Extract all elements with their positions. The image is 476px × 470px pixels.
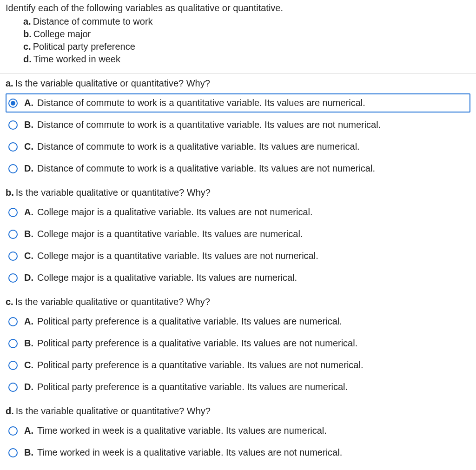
variable-label: c. [23, 41, 31, 52]
variable-item: b.College major [23, 28, 470, 40]
option-a[interactable]: A. College major is a qualitative variab… [6, 203, 470, 222]
radio-icon [8, 164, 18, 173]
question-label: c. [6, 297, 13, 307]
question-prompt: c.Is the variable qualitative or quantit… [6, 297, 470, 307]
option-text: Distance of commute to work is a quantit… [37, 98, 468, 108]
variable-item: d.Time worked in week [23, 53, 470, 66]
option-text: College major is a qualitative variable.… [37, 272, 468, 283]
question-text: Is the variable qualitative or quantitat… [15, 297, 210, 307]
question-d: d.Is the variable qualitative or quantit… [0, 401, 476, 467]
radio-icon [8, 142, 18, 152]
variable-label: d. [23, 54, 32, 64]
question-b: b.Is the variable qualitative or quantit… [0, 183, 476, 292]
option-label: A. [24, 316, 37, 327]
option-b[interactable]: B. Time worked in week is a qualitative … [6, 443, 470, 462]
radio-icon [8, 273, 18, 283]
options-group: A. Time worked in week is a qualitative … [6, 421, 470, 462]
option-label: C. [24, 360, 37, 371]
option-text: Time worked in week is a qualitative var… [37, 447, 468, 458]
option-label: C. [24, 141, 37, 152]
option-b[interactable]: B. College major is a quantitative varia… [6, 225, 470, 244]
option-label: A. [24, 425, 37, 436]
question-prompt: a.Is the variable qualitative or quantit… [6, 78, 470, 89]
option-label: D. [24, 163, 37, 174]
options-group: A. Political party preference is a quali… [6, 312, 470, 397]
option-c[interactable]: C. Distance of commute to work is a qual… [6, 137, 470, 156]
option-text: College major is a quantitative variable… [37, 251, 468, 261]
option-text: Distance of commute to work is a qualita… [37, 141, 468, 152]
instruction-text: Identify each of the following variables… [6, 3, 470, 13]
variable-label: b. [23, 29, 32, 39]
variable-item: c.Political party preference [23, 40, 470, 53]
option-label: B. [24, 119, 37, 130]
question-label: d. [6, 406, 14, 416]
option-text: Political party preference is a quantita… [37, 382, 468, 392]
option-label: D. [24, 382, 37, 392]
radio-icon [8, 120, 18, 130]
option-text: Political party preference is a qualitat… [37, 316, 468, 327]
question-label: b. [6, 187, 14, 198]
footer-hint: Click to select your answer. [0, 467, 476, 470]
radio-icon [8, 383, 18, 392]
question-prompt: b.Is the variable qualitative or quantit… [6, 187, 470, 198]
option-text: Political party preference is a quantita… [37, 360, 468, 371]
radio-icon [8, 230, 18, 239]
radio-icon [8, 317, 18, 326]
option-label: B. [24, 338, 37, 349]
question-prompt: d.Is the variable qualitative or quantit… [6, 406, 470, 417]
option-c[interactable]: C. College major is a quantitative varia… [6, 246, 470, 265]
options-group: A. College major is a qualitative variab… [6, 203, 470, 287]
variable-list: a.Distance of commute to work b.College … [6, 15, 470, 66]
radio-icon [8, 426, 18, 436]
variable-label: a. [23, 16, 31, 26]
radio-icon [8, 208, 18, 217]
radio-icon [8, 339, 18, 348]
options-group: A. Distance of commute to work is a quan… [6, 93, 470, 178]
option-text: Time worked in week is a qualitative var… [37, 425, 468, 436]
option-d[interactable]: D. Political party preference is a quant… [6, 377, 470, 397]
question-text: Is the variable qualitative or quantitat… [16, 187, 211, 198]
option-label: D. [24, 272, 37, 283]
option-text: Political party preference is a qualitat… [37, 338, 468, 349]
variable-text: College major [33, 29, 91, 39]
variable-text: Time worked in week [33, 54, 120, 64]
option-label: B. [24, 447, 37, 458]
option-text: Distance of commute to work is a qualita… [37, 163, 468, 174]
option-text: College major is a quantitative variable… [37, 229, 468, 239]
option-label: B. [24, 229, 37, 239]
option-a[interactable]: A. Political party preference is a quali… [6, 312, 470, 331]
question-header: Identify each of the following variables… [0, 0, 476, 70]
option-label: A. [24, 98, 37, 108]
option-d[interactable]: D. Distance of commute to work is a qual… [6, 159, 470, 178]
option-label: A. [24, 207, 37, 218]
option-text: College major is a qualitative variable.… [37, 207, 468, 218]
question-text: Is the variable qualitative or quantitat… [16, 406, 211, 416]
radio-icon [8, 252, 18, 261]
option-d[interactable]: D. College major is a qualitative variab… [6, 268, 470, 287]
variable-text: Distance of commute to work [33, 16, 153, 26]
option-b[interactable]: B. Political party preference is a quali… [6, 334, 470, 353]
radio-icon [8, 99, 18, 108]
option-text: Distance of commute to work is a quantit… [37, 119, 468, 130]
question-text: Is the variable qualitative or quantitat… [15, 78, 210, 88]
option-c[interactable]: C. Political party preference is a quant… [6, 356, 470, 375]
radio-icon [8, 361, 18, 370]
variable-item: a.Distance of commute to work [23, 15, 470, 28]
option-label: C. [24, 251, 37, 261]
variable-text: Political party preference [33, 41, 135, 52]
option-a[interactable]: A. Distance of commute to work is a quan… [6, 93, 470, 113]
option-a[interactable]: A. Time worked in week is a qualitative … [6, 421, 470, 440]
option-b[interactable]: B. Distance of commute to work is a quan… [6, 115, 470, 134]
question-c: c.Is the variable qualitative or quantit… [0, 292, 476, 401]
radio-icon [8, 448, 18, 457]
question-label: a. [6, 78, 13, 88]
question-a: a.Is the variable qualitative or quantit… [0, 73, 476, 183]
